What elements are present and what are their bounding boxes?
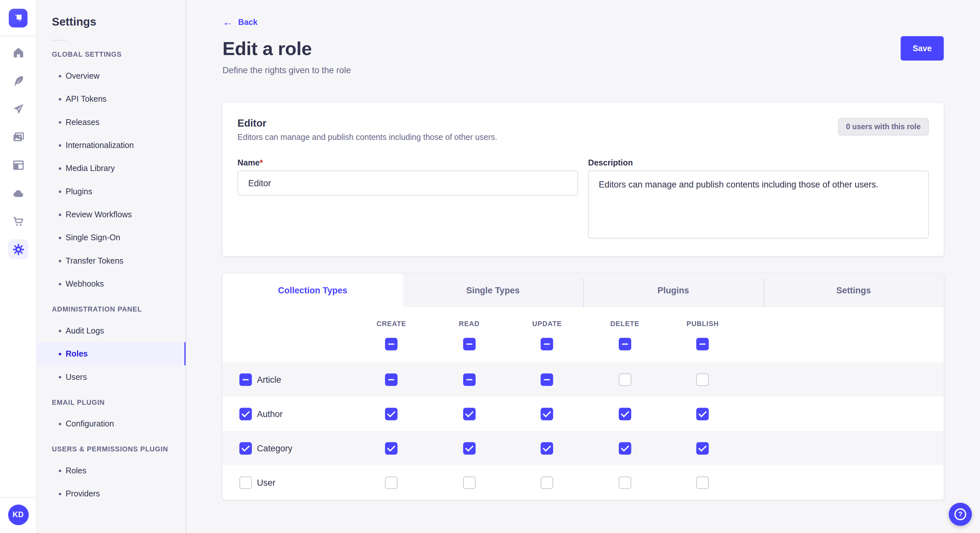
- back-link[interactable]: ← Back: [223, 17, 258, 27]
- author-publish-checkbox[interactable]: [697, 408, 709, 420]
- sidebar-item-overview[interactable]: Overview: [37, 65, 186, 87]
- description-field-label: Description: [588, 158, 929, 167]
- article-read-checkbox[interactable]: [463, 373, 476, 385]
- select-all-publish-checkbox[interactable]: [697, 338, 709, 351]
- save-button[interactable]: Save: [900, 36, 944, 60]
- sidebar-item-plugins[interactable]: Plugins: [37, 180, 186, 203]
- sidebar-item-configuration[interactable]: Configuration: [37, 412, 186, 435]
- permission-cell: [430, 442, 508, 454]
- column-publish: PUBLISH: [664, 320, 741, 350]
- row-category-select-checkbox[interactable]: [240, 442, 252, 454]
- sidebar-item-roles[interactable]: Roles: [37, 459, 186, 482]
- permissions-rows: ArticleAuthorCategoryUser: [223, 362, 944, 500]
- user-update-checkbox[interactable]: [541, 476, 554, 489]
- author-delete-checkbox[interactable]: [619, 408, 631, 420]
- user-publish-checkbox[interactable]: [697, 476, 709, 489]
- article-create-checkbox[interactable]: [385, 373, 398, 385]
- row-label-cell: Article: [223, 373, 353, 385]
- permission-row-user: User: [223, 465, 944, 500]
- select-all-delete-checkbox[interactable]: [619, 338, 631, 351]
- select-all-create-checkbox[interactable]: [385, 338, 398, 351]
- sidebar-item-users[interactable]: Users: [37, 365, 186, 388]
- user-delete-checkbox[interactable]: [619, 476, 631, 489]
- sidebar-item-api-tokens[interactable]: API Tokens: [37, 87, 186, 110]
- select-all-update-checkbox[interactable]: [541, 338, 554, 351]
- user-create-checkbox[interactable]: [385, 476, 398, 489]
- rail-item-media-library-icon[interactable]: [8, 127, 28, 147]
- category-update-checkbox[interactable]: [541, 442, 554, 454]
- user-read-checkbox[interactable]: [463, 476, 476, 489]
- tab-single-types[interactable]: Single Types: [403, 274, 583, 307]
- strapi-logo[interactable]: [9, 8, 27, 27]
- users-with-role-badge[interactable]: 0 users with this role: [838, 118, 929, 135]
- rail-item-home-icon[interactable]: [8, 43, 28, 62]
- sidebar-item-transfer-tokens[interactable]: Transfer Tokens: [37, 249, 186, 272]
- sidebar-item-audit-logs[interactable]: Audit Logs: [37, 319, 186, 342]
- permission-cell: [353, 442, 430, 454]
- main-nav-rail: KD: [0, 0, 37, 533]
- row-author-select-checkbox[interactable]: [240, 408, 252, 420]
- help-button[interactable]: ?: [949, 503, 972, 525]
- rail-item-feather-icon[interactable]: [8, 71, 28, 90]
- permission-row-article: Article: [223, 362, 944, 397]
- sidebar-item-review-workflows[interactable]: Review Workflows: [37, 203, 186, 226]
- column-label: READ: [459, 320, 480, 327]
- role-description-text: Editors can manage and publish contents …: [237, 132, 497, 142]
- permission-cell: [508, 408, 586, 420]
- role-name-input[interactable]: [237, 171, 578, 195]
- author-create-checkbox[interactable]: [385, 408, 398, 420]
- user-avatar[interactable]: KD: [8, 504, 29, 525]
- sidebar-item-media-library[interactable]: Media Library: [37, 157, 186, 180]
- permission-cell: [430, 408, 508, 420]
- role-name-heading: Editor: [237, 118, 497, 129]
- row-label-cell: Author: [223, 408, 353, 420]
- tab-plugins[interactable]: Plugins: [583, 274, 763, 307]
- sidebar-item-providers[interactable]: Providers: [37, 482, 186, 505]
- tab-settings[interactable]: Settings: [764, 274, 944, 307]
- article-publish-checkbox[interactable]: [697, 373, 709, 385]
- permission-row-category: Category: [223, 431, 944, 465]
- permission-cell: [353, 373, 430, 385]
- permission-cell: [664, 476, 741, 489]
- media-library-icon: [12, 130, 25, 143]
- row-article-select-checkbox[interactable]: [240, 373, 252, 385]
- sidebar-item-releases[interactable]: Releases: [37, 110, 186, 133]
- permission-row-author: Author: [223, 397, 944, 431]
- role-description-input[interactable]: Editors can manage and publish contents …: [588, 171, 929, 239]
- row-label: Article: [257, 374, 281, 384]
- rail-item-marketplace-cart-icon[interactable]: [8, 211, 28, 231]
- back-label: Back: [238, 17, 258, 27]
- row-user-select-checkbox[interactable]: [240, 476, 252, 489]
- article-delete-checkbox[interactable]: [619, 373, 631, 385]
- rail-item-content-manager-icon[interactable]: [8, 155, 28, 175]
- sidebar-item-roles[interactable]: Roles: [37, 342, 186, 365]
- author-update-checkbox[interactable]: [541, 408, 554, 420]
- category-delete-checkbox[interactable]: [619, 442, 631, 454]
- arrow-left-icon: ←: [223, 17, 233, 27]
- subnav-title: Settings: [52, 16, 186, 29]
- author-read-checkbox[interactable]: [463, 408, 476, 420]
- tab-collection-types[interactable]: Collection Types: [223, 274, 403, 307]
- permission-cell: [353, 408, 430, 420]
- permission-cell: [430, 373, 508, 385]
- required-asterisk: *: [259, 158, 263, 167]
- column-delete: DELETE: [586, 320, 664, 350]
- sidebar-item-webhooks[interactable]: Webhooks: [37, 272, 186, 295]
- row-label-cell: Category: [223, 442, 353, 454]
- permission-cell: [353, 476, 430, 489]
- category-create-checkbox[interactable]: [385, 442, 398, 454]
- column-update: UPDATE: [508, 320, 586, 350]
- rail-logo-area: [0, 0, 36, 36]
- rail-item-settings-gear-icon[interactable]: [8, 239, 28, 259]
- category-read-checkbox[interactable]: [463, 442, 476, 454]
- sidebar-item-internationalization[interactable]: Internationalization: [37, 134, 186, 157]
- article-update-checkbox[interactable]: [541, 373, 554, 385]
- column-label: DELETE: [610, 320, 639, 327]
- rail-item-paper-plane-icon[interactable]: [8, 99, 28, 119]
- category-publish-checkbox[interactable]: [697, 442, 709, 454]
- sidebar-item-single-sign-on[interactable]: Single Sign-On: [37, 226, 186, 249]
- nav-section-heading: USERS & PERMISSIONS PLUGIN: [52, 445, 170, 453]
- row-label-cell: User: [223, 476, 353, 489]
- rail-item-cloud-icon[interactable]: [8, 183, 28, 203]
- select-all-read-checkbox[interactable]: [463, 338, 476, 351]
